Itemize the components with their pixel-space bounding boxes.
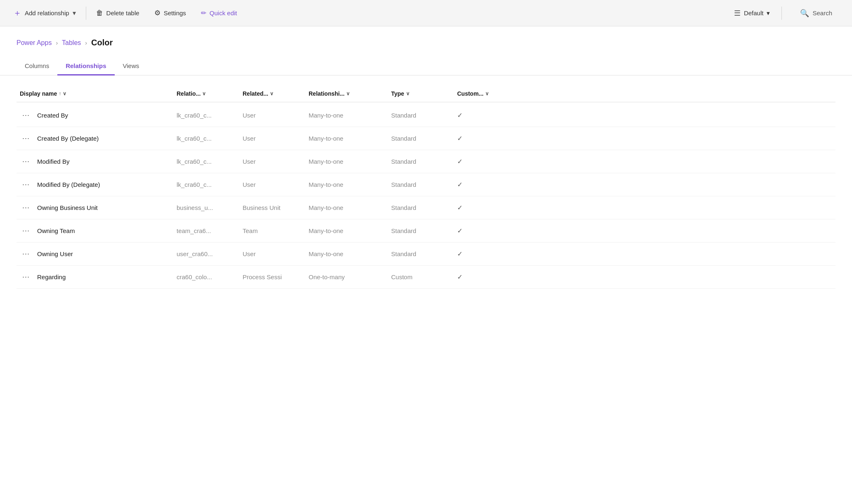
quick-edit-button[interactable]: ✏ Quick edit: [194, 6, 244, 20]
col-relationship-type-chevron: ∨: [346, 91, 350, 97]
cell-type: Standard: [388, 227, 454, 234]
cell-custom: ✓: [454, 273, 520, 281]
table-row[interactable]: ··· Modified By (Delegate) lk_cra60_c...…: [17, 173, 835, 196]
breadcrumb-power-apps[interactable]: Power Apps: [17, 39, 52, 47]
add-dropdown-icon: ▾: [73, 9, 76, 17]
search-label: Search: [812, 9, 832, 16]
edit-icon: ✏: [201, 9, 206, 17]
table-body: ··· Created By lk_cra60_c... User Many-t…: [17, 104, 835, 289]
cell-custom: ✓: [454, 181, 520, 188]
add-relationship-button[interactable]: ＋ Add relationship ▾: [7, 4, 83, 22]
cell-display-name: ··· Created By: [17, 110, 173, 120]
toolbar-divider-1: [86, 7, 86, 20]
breadcrumb-tables[interactable]: Tables: [62, 39, 81, 47]
row-ellipsis-button[interactable]: ···: [20, 203, 32, 213]
table-row[interactable]: ··· Owning Business Unit business_u... B…: [17, 196, 835, 219]
cell-relationship-type: Many-to-one: [305, 112, 388, 119]
col-header-relationship[interactable]: Relatio... ∨: [173, 89, 239, 99]
display-name-text: Created By (Delegate): [37, 135, 99, 142]
col-header-related[interactable]: Related... ∨: [239, 89, 305, 99]
cell-related: User: [239, 112, 305, 119]
quick-edit-label: Quick edit: [210, 9, 237, 16]
tab-columns[interactable]: Columns: [17, 57, 57, 75]
cell-custom: ✓: [454, 158, 520, 165]
cell-relationship: team_cra6...: [173, 227, 239, 234]
delete-table-label: Delete table: [106, 9, 139, 16]
table-row[interactable]: ··· Regarding cra60_colo... Process Sess…: [17, 266, 835, 289]
display-name-text: Regarding: [37, 273, 66, 280]
cell-related: Business Unit: [239, 204, 305, 211]
cell-relationship-type: Many-to-one: [305, 250, 388, 257]
cell-relationship-type: Many-to-one: [305, 158, 388, 165]
settings-icon: ⚙: [154, 9, 160, 17]
default-button[interactable]: ☰ Default ▾: [727, 5, 777, 21]
table-header: Display name ↑ ∨ Relatio... ∨ Related...…: [17, 85, 835, 102]
display-name-text: Modified By (Delegate): [37, 181, 100, 188]
delete-icon: 🗑: [96, 9, 103, 17]
tab-relationships[interactable]: Relationships: [57, 57, 114, 75]
col-related-chevron: ∨: [270, 91, 274, 97]
cell-type: Standard: [388, 112, 454, 119]
table-row[interactable]: ··· Created By lk_cra60_c... User Many-t…: [17, 104, 835, 127]
col-relationship-type-label: Relationshi...: [309, 90, 345, 97]
tab-views[interactable]: Views: [115, 57, 148, 75]
row-ellipsis-button[interactable]: ···: [20, 272, 32, 282]
cell-custom: ✓: [454, 227, 520, 235]
delete-table-button[interactable]: 🗑 Delete table: [90, 6, 146, 21]
col-header-display-name[interactable]: Display name ↑ ∨: [17, 89, 173, 99]
col-type-chevron: ∨: [406, 91, 410, 97]
settings-button[interactable]: ⚙ Settings: [148, 5, 193, 21]
row-ellipsis-button[interactable]: ···: [20, 249, 32, 259]
row-ellipsis-button[interactable]: ···: [20, 226, 32, 236]
cell-custom: ✓: [454, 204, 520, 212]
cell-type: Standard: [388, 181, 454, 188]
cell-relationship: business_u...: [173, 204, 239, 211]
display-name-text: Owning User: [37, 250, 73, 257]
col-display-name-chevron: ∨: [63, 91, 66, 97]
cell-relationship: cra60_colo...: [173, 273, 239, 280]
cell-related: Process Sessi: [239, 273, 305, 280]
toolbar-right: ☰ Default ▾ 🔍 Search: [727, 5, 845, 21]
cell-custom: ✓: [454, 250, 520, 258]
breadcrumb-sep-2: ›: [85, 40, 87, 46]
search-button[interactable]: 🔍 Search: [787, 5, 845, 21]
col-relationship-chevron: ∨: [202, 91, 206, 97]
table-row[interactable]: ··· Created By (Delegate) lk_cra60_c... …: [17, 127, 835, 150]
cell-display-name: ··· Owning Business Unit: [17, 203, 173, 213]
row-ellipsis-button[interactable]: ···: [20, 133, 32, 144]
table-row[interactable]: ··· Owning Team team_cra6... Team Many-t…: [17, 219, 835, 243]
cell-related: User: [239, 158, 305, 165]
col-type-label: Type: [391, 90, 404, 97]
cell-relationship-type: Many-to-one: [305, 135, 388, 142]
default-label: Default: [744, 9, 764, 16]
row-ellipsis-button[interactable]: ···: [20, 110, 32, 120]
col-header-type[interactable]: Type ∨: [388, 89, 454, 99]
col-header-relationship-type[interactable]: Relationshi... ∨: [305, 89, 388, 99]
cell-relationship-type: Many-to-one: [305, 227, 388, 234]
col-header-custom[interactable]: Custom... ∨: [454, 89, 520, 99]
table-container: Display name ↑ ∨ Relatio... ∨ Related...…: [0, 85, 852, 289]
cell-display-name: ··· Modified By (Delegate): [17, 179, 173, 190]
row-ellipsis-button[interactable]: ···: [20, 179, 32, 190]
col-custom-chevron: ∨: [485, 91, 489, 97]
cell-related: User: [239, 135, 305, 142]
display-name-text: Owning Team: [37, 227, 75, 234]
cell-relationship: lk_cra60_c...: [173, 158, 239, 165]
breadcrumb: Power Apps › Tables › Color: [0, 26, 852, 51]
cell-type: Standard: [388, 158, 454, 165]
cell-type: Standard: [388, 135, 454, 142]
cell-related: User: [239, 181, 305, 188]
tabs: Columns Relationships Views: [0, 51, 852, 75]
cell-type: Standard: [388, 250, 454, 257]
sort-asc-icon: ↑: [59, 91, 61, 97]
table-row[interactable]: ··· Modified By lk_cra60_c... User Many-…: [17, 150, 835, 173]
hamburger-icon: ☰: [734, 9, 741, 18]
cell-display-name: ··· Created By (Delegate): [17, 133, 173, 144]
default-dropdown-icon: ▾: [767, 9, 770, 17]
col-related-label: Related...: [243, 90, 268, 97]
row-ellipsis-button[interactable]: ···: [20, 156, 32, 167]
settings-label: Settings: [164, 9, 186, 16]
table-row[interactable]: ··· Owning User user_cra60... User Many-…: [17, 243, 835, 266]
cell-relationship: lk_cra60_c...: [173, 135, 239, 142]
cell-custom: ✓: [454, 111, 520, 119]
